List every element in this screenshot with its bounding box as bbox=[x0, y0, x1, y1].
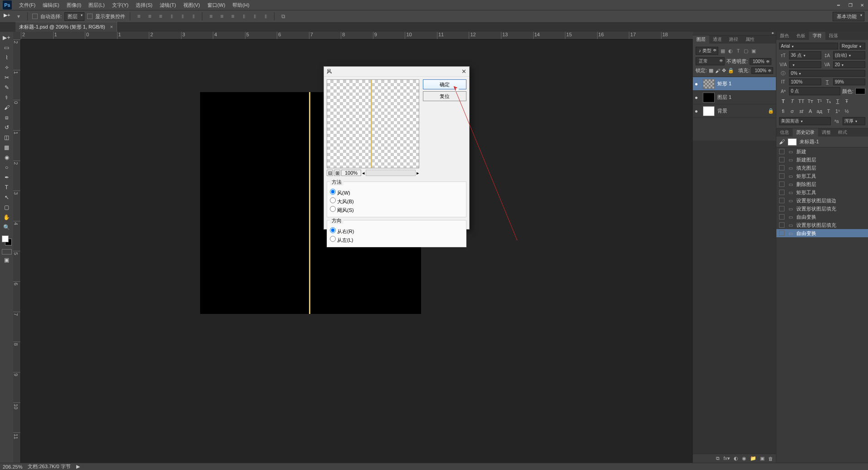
visibility-icon[interactable]: ● bbox=[695, 81, 700, 87]
filter-shape-icon[interactable]: ▢ bbox=[743, 48, 749, 54]
distribute-icon[interactable]: ≡ bbox=[218, 12, 226, 20]
history-source-box[interactable] bbox=[779, 165, 785, 171]
filter-pixel-icon[interactable]: ▦ bbox=[720, 48, 726, 54]
visibility-icon[interactable]: ● bbox=[695, 108, 700, 114]
method-stagger[interactable]: 飓风(S) bbox=[330, 206, 463, 214]
direction-left[interactable]: 从左(L) bbox=[330, 235, 463, 244]
healing-tool[interactable]: ⚕ bbox=[1, 93, 12, 102]
history-source-box[interactable] bbox=[779, 230, 785, 236]
hpct-input[interactable]: 100% bbox=[789, 78, 821, 85]
reset-button[interactable]: 复位 bbox=[423, 91, 466, 101]
opacity-input[interactable]: 100% bbox=[750, 58, 771, 65]
tracking-input[interactable] bbox=[789, 61, 821, 68]
align-icon[interactable]: ⫴ bbox=[189, 12, 197, 20]
layer-fx-icon[interactable]: fx▾ bbox=[723, 455, 730, 461]
bold-button[interactable]: T bbox=[779, 98, 787, 105]
link-layers-icon[interactable]: ⧉ bbox=[716, 455, 720, 461]
history-source-box[interactable] bbox=[779, 190, 785, 195]
layer-name[interactable]: 图层 1 bbox=[717, 94, 731, 101]
history-source-box[interactable] bbox=[779, 173, 785, 179]
blend-mode-dropdown[interactable]: 正常 bbox=[696, 57, 725, 65]
zoom-in-button[interactable]: ⊞ bbox=[334, 170, 340, 176]
history-source-box[interactable] bbox=[779, 181, 785, 187]
blur-tool[interactable]: ◉ bbox=[1, 153, 12, 162]
ot-half[interactable]: ½ bbox=[843, 108, 851, 115]
stamp-tool[interactable]: ⧇ bbox=[1, 113, 12, 122]
history-source-box[interactable] bbox=[779, 222, 785, 228]
align-icon[interactable]: ⫴ bbox=[178, 12, 186, 20]
menu-window[interactable]: 窗口(W) bbox=[204, 0, 229, 10]
method-wind[interactable]: 风(W) bbox=[330, 188, 463, 197]
history-item[interactable]: ▭自由变换 bbox=[776, 229, 868, 237]
magic-wand-tool[interactable]: ✧ bbox=[1, 63, 12, 72]
dialog-titlebar[interactable]: 风 ✕ bbox=[324, 67, 469, 77]
filter-type-icon[interactable]: T bbox=[735, 48, 741, 54]
visibility-icon[interactable]: ● bbox=[695, 94, 700, 101]
brush-tool[interactable]: 🖌 bbox=[1, 103, 12, 112]
ot-fi[interactable]: fi bbox=[779, 108, 787, 115]
font-style-dropdown[interactable]: Regular bbox=[840, 43, 865, 49]
lock-position-icon[interactable]: ✥ bbox=[722, 68, 726, 73]
distribute-icon[interactable]: ≡ bbox=[207, 12, 215, 20]
delete-layer-icon[interactable]: 🗑 bbox=[768, 456, 773, 461]
history-item[interactable]: ▭矩形工具 bbox=[776, 188, 868, 196]
pen-tool[interactable]: ✒ bbox=[1, 173, 12, 182]
smallcaps-button[interactable]: Tᴛ bbox=[806, 98, 814, 105]
leading-input[interactable]: (自动) bbox=[833, 51, 865, 59]
baseline-input[interactable]: 0 点 bbox=[789, 87, 840, 95]
align-icon[interactable]: ⫴ bbox=[167, 12, 176, 20]
history-item[interactable]: ▭设置形状图层描边 bbox=[776, 196, 868, 205]
layer-filter-kind[interactable]: ♪ 类型 bbox=[696, 47, 718, 55]
antialias-dropdown[interactable]: 浑厚 bbox=[843, 117, 865, 125]
layer-item[interactable]: ●图层 1 bbox=[693, 91, 776, 104]
close-tab-icon[interactable]: × bbox=[110, 24, 113, 29]
distribute-icon[interactable]: ≡ bbox=[229, 12, 237, 20]
layer-mask-icon[interactable]: ◐ bbox=[734, 455, 738, 461]
superscript-button[interactable]: T¹ bbox=[815, 98, 824, 105]
tab-color[interactable]: 颜色 bbox=[776, 32, 793, 40]
ruler-vertical[interactable]: 2101234567891011 bbox=[13, 39, 21, 463]
distribute-icon[interactable]: ⫴ bbox=[261, 12, 270, 20]
fill-input[interactable]: 100% bbox=[751, 67, 773, 74]
filter-smart-icon[interactable]: ▣ bbox=[750, 48, 757, 54]
history-item[interactable]: ▭设置形状图层填充 bbox=[776, 221, 868, 229]
align-icon[interactable]: ≡ bbox=[135, 12, 143, 20]
history-brush-tool[interactable]: ↺ bbox=[1, 123, 12, 132]
menu-type[interactable]: 文字(Y) bbox=[108, 0, 132, 10]
layer-name[interactable]: 矩形 1 bbox=[717, 80, 731, 87]
tool-preset-dropdown[interactable]: ▾ bbox=[15, 12, 23, 20]
wpct-input[interactable]: 99% bbox=[833, 78, 865, 85]
lock-pixels-icon[interactable]: 🖌 bbox=[715, 68, 720, 73]
menu-filter[interactable]: 滤镜(T) bbox=[156, 0, 180, 10]
new-layer-icon[interactable]: ▣ bbox=[760, 455, 765, 461]
history-item[interactable]: ▭新建图层 bbox=[776, 156, 868, 164]
move-tool[interactable]: ▶+ bbox=[1, 33, 12, 42]
distribute-icon[interactable]: ⫴ bbox=[240, 12, 248, 20]
eyedropper-tool[interactable]: ✎ bbox=[1, 83, 12, 92]
scroll-right-icon[interactable]: ▸ bbox=[417, 170, 419, 176]
history-snapshot-thumb[interactable] bbox=[788, 138, 797, 146]
history-source-box[interactable] bbox=[779, 157, 785, 162]
history-item[interactable]: ▭自由变换 bbox=[776, 213, 868, 221]
tab-adjustments[interactable]: 调整 bbox=[818, 128, 834, 137]
ruler-origin[interactable] bbox=[13, 32, 21, 39]
history-item[interactable]: ▭设置形状图层填充 bbox=[776, 205, 868, 213]
gradient-tool[interactable]: ▦ bbox=[1, 143, 12, 152]
tab-history[interactable]: 历史记录 bbox=[793, 128, 818, 137]
tab-character[interactable]: 字符 bbox=[809, 32, 825, 40]
ok-button[interactable]: 确定 bbox=[423, 79, 466, 89]
lock-transparent-icon[interactable]: ▦ bbox=[709, 68, 713, 73]
history-item[interactable]: ▭新建 bbox=[776, 147, 868, 156]
zoom-level[interactable]: 206.25% bbox=[3, 464, 22, 470]
tab-styles[interactable]: 样式 bbox=[834, 128, 851, 137]
status-arrow-icon[interactable]: ▶ bbox=[76, 464, 80, 470]
auto-align-icon[interactable]: ⧉ bbox=[279, 12, 287, 20]
auto-select-checkbox[interactable] bbox=[32, 14, 38, 19]
ot-1st[interactable]: 1ˢ bbox=[834, 108, 842, 115]
history-source-box[interactable] bbox=[779, 198, 785, 203]
preview-canvas[interactable] bbox=[327, 79, 419, 168]
font-size-input[interactable]: 36 点 bbox=[789, 51, 821, 59]
rectangle-tool[interactable]: ▢ bbox=[1, 203, 12, 212]
language-dropdown[interactable]: 美国英语 bbox=[779, 117, 831, 125]
scroll-left-icon[interactable]: ◂ bbox=[362, 170, 365, 176]
